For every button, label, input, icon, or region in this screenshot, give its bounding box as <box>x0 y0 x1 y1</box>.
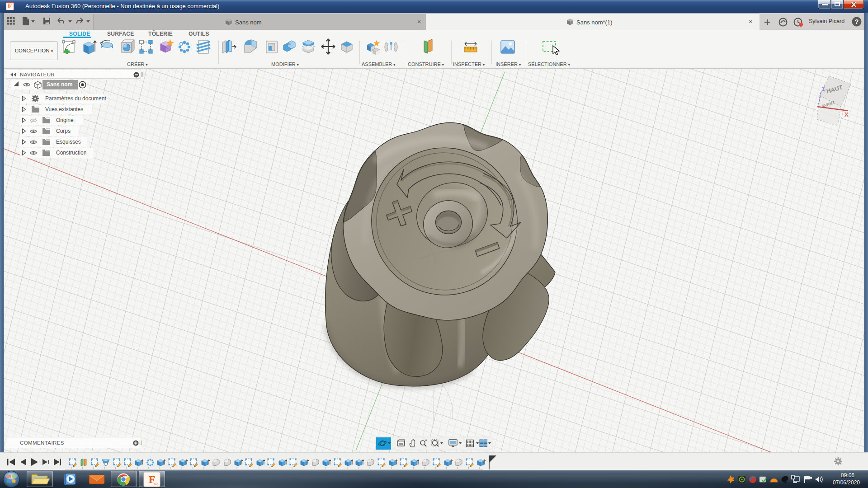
svg-text:?: ? <box>855 18 859 25</box>
svg-text:360: 360 <box>154 483 159 486</box>
svg-text:X: X <box>844 111 849 118</box>
